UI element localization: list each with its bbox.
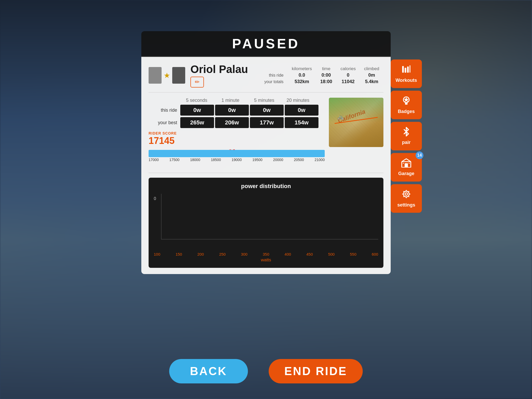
avatar-block-2 (172, 67, 185, 84)
garage-icon (401, 158, 411, 170)
stats-empty-header (260, 66, 288, 72)
power-this-1m: 0w (215, 105, 249, 116)
pair-label: pair (402, 140, 410, 145)
tick-6: 20000 (273, 158, 283, 162)
badges-label: Badges (398, 109, 415, 114)
settings-button[interactable]: settings (391, 184, 422, 213)
this-ride-km: 0.0 (288, 72, 316, 78)
power-this-ride-row: this ride 0w 0w 0w 0w (149, 105, 325, 116)
x-tick-150: 150 (176, 252, 182, 256)
totals-calories: 11042 (336, 78, 360, 85)
player-name: Oriol Palau (190, 63, 248, 76)
svg-rect-8 (405, 103, 408, 105)
star-icon: ★ (164, 71, 170, 80)
edit-icon: ✏ (195, 79, 200, 85)
svg-rect-2 (402, 66, 404, 72)
progress-ticks: 17000 17500 18000 18500 19000 19500 2000… (149, 158, 325, 162)
totals-climbed: 5.4km (360, 78, 383, 85)
your-totals-label: your totals (260, 78, 288, 85)
garage-button[interactable]: Garage 14 (391, 153, 422, 182)
workouts-button[interactable]: Workouts (391, 59, 422, 88)
svg-rect-3 (405, 68, 406, 73)
x-tick-200: 200 (197, 252, 204, 256)
power-best-label: your best (149, 120, 180, 125)
content-area: ★ Oriol Palau ✏ kilometers time (141, 57, 391, 274)
svg-rect-10 (405, 163, 408, 168)
power-best-20m: 154w (285, 117, 318, 128)
tick-4: 19000 (232, 158, 242, 162)
x-tick-600: 600 (372, 252, 378, 256)
x-tick-550: 550 (350, 252, 356, 256)
power-best-5s: 265w (180, 117, 214, 128)
progress-bar-container: 🚲 🎁 17000 17500 18000 18500 19000 (149, 150, 325, 163)
this-ride-time: 0:00 (316, 72, 336, 78)
chart-svg (154, 194, 378, 243)
paused-title: PAUSED (232, 36, 300, 51)
avatar-block-1 (149, 67, 162, 84)
interval-20m: 20 minutes (281, 98, 315, 103)
back-button[interactable]: BACK (169, 359, 248, 383)
rider-score-value: 17145 (149, 135, 325, 146)
stats-col-km: kilometers (288, 66, 316, 72)
x-tick-350: 350 (263, 252, 269, 256)
player-name-area: Oriol Palau ✏ (190, 63, 248, 88)
chart-x-axis: 100 150 200 250 300 350 400 450 500 550 … (154, 252, 378, 256)
tick-7: 20500 (294, 158, 304, 162)
power-chart-section: power distribution 0 100 150 200 250 (149, 178, 383, 268)
bluetooth-icon (402, 127, 411, 139)
paused-bar: PAUSED (141, 31, 391, 57)
profile-row: ★ Oriol Palau ✏ kilometers time (149, 63, 383, 92)
x-tick-100: 100 (154, 252, 160, 256)
badges-button[interactable]: Badges (391, 91, 422, 119)
tick-1: 17500 (169, 158, 179, 162)
badges-icon (401, 96, 411, 108)
garage-label: Garage (398, 171, 414, 176)
power-this-ride-label: this ride (149, 108, 180, 113)
paused-overlay: PAUSED ★ Oriol Palau ✏ (0, 0, 532, 399)
settings-label: settings (397, 202, 415, 208)
interval-5m: 5 minutes (247, 98, 281, 103)
avatar-area: ★ (149, 67, 185, 84)
tick-0: 17000 (149, 158, 159, 162)
pair-button[interactable]: pair (391, 122, 422, 150)
workouts-icon (401, 64, 411, 77)
x-tick-400: 400 (284, 252, 291, 256)
x-tick-250: 250 (219, 252, 226, 256)
tick-8: 21000 (315, 158, 325, 162)
tick-3: 18500 (211, 158, 221, 162)
main-panel: ★ Oriol Palau ✏ kilometers time (141, 57, 391, 274)
power-section: 5 seconds 1 minute 5 minutes 20 minutes … (149, 98, 383, 173)
this-ride-climbed: 0m (360, 72, 383, 78)
stats-table: kilometers time calories climbed this ri… (260, 66, 383, 85)
power-this-5m: 0w (250, 105, 284, 116)
map-bike-icon: 🚲 (337, 114, 344, 120)
bottom-buttons: BACK END RIDE (169, 359, 363, 383)
x-tick-500: 500 (328, 252, 335, 256)
right-sidebar: Workouts Badges pair (391, 57, 424, 213)
power-best-row: your best 265w 206w 177w 154w (149, 117, 325, 128)
progress-section: RIDER SCORE 17145 🚲 🎁 17000 17500 1 (149, 131, 325, 163)
x-tick-300: 300 (241, 252, 248, 256)
interval-5s: 5 seconds (180, 98, 214, 103)
edit-profile-button[interactable]: ✏ (190, 77, 204, 88)
this-ride-calories: 0 (336, 72, 360, 78)
rider-score-label: RIDER SCORE (149, 131, 325, 135)
chart-y-label: 0 (154, 196, 156, 201)
settings-icon (401, 189, 411, 201)
svg-rect-5 (410, 65, 410, 72)
garage-badge-count: 14 (416, 151, 423, 159)
power-this-5s: 0w (180, 105, 214, 116)
route-map: California 🚲 (329, 98, 383, 147)
svg-point-13 (405, 193, 408, 195)
stats-col-climbed: climbed (360, 66, 383, 72)
tick-2: 18000 (190, 158, 200, 162)
power-best-5m: 177w (250, 117, 284, 128)
power-this-20m: 0w (285, 105, 318, 116)
totals-time: 18:00 (316, 78, 336, 85)
chart-watts-label: watts (154, 257, 378, 263)
power-headers: 5 seconds 1 minute 5 minutes 20 minutes (149, 98, 325, 103)
this-ride-label: this ride (260, 72, 288, 78)
end-ride-button[interactable]: END RIDE (269, 359, 363, 383)
progress-bar (149, 150, 325, 157)
chart-title: power distribution (154, 183, 378, 190)
